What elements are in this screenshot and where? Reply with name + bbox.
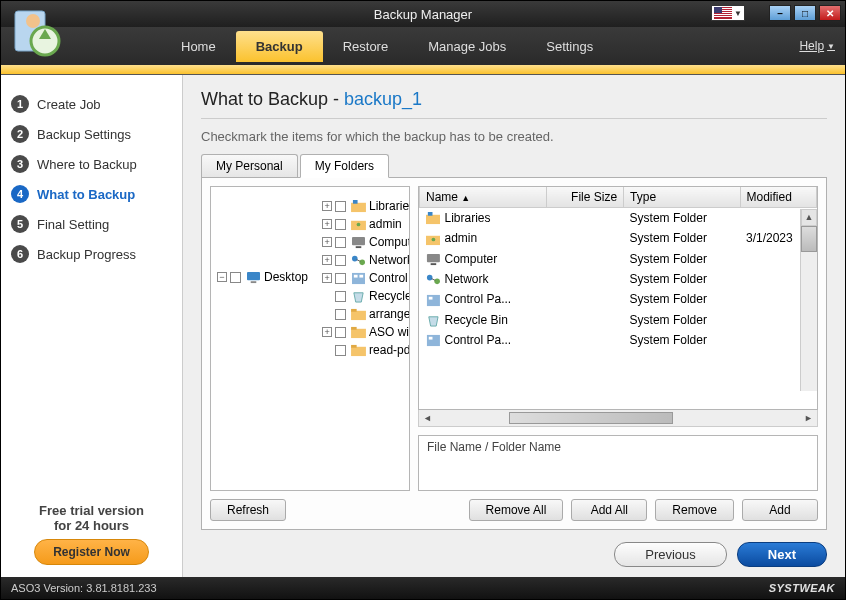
recycle-bin-icon [350,289,366,303]
tab-restore[interactable]: Restore [323,31,409,62]
next-button[interactable]: Next [737,542,827,567]
step-create-job[interactable]: 1Create Job [11,89,172,119]
row-icon [426,294,441,307]
wizard-steps: 1Create Job 2Backup Settings 3Where to B… [1,75,182,493]
svg-rect-4 [714,14,732,15]
main-menu: Home Backup Restore Manage Jobs Settings… [1,27,845,65]
expand-icon[interactable]: + [322,273,332,283]
checkbox[interactable] [335,345,346,356]
svg-rect-35 [430,263,436,265]
control-panel-icon [350,271,366,285]
svg-rect-10 [247,271,260,279]
checkbox[interactable] [335,201,346,212]
main-panel: What to Backup - backup_1 Checkmark the … [183,75,845,577]
expand-icon[interactable]: + [322,255,332,265]
tree-node-label[interactable]: Desktop [264,270,308,284]
svg-line-20 [356,259,360,261]
expand-icon[interactable]: + [322,219,332,229]
expand-icon[interactable]: + [322,327,332,337]
ribbon-accent [1,65,845,74]
checkbox[interactable] [335,255,346,266]
svg-point-19 [359,259,365,265]
tab-manage-jobs[interactable]: Manage Jobs [408,31,526,62]
file-list[interactable]: Name ▲ File Size Type Modified Libraries… [418,186,818,410]
vertical-scrollbar[interactable]: ▲ [800,209,817,391]
list-row[interactable]: ComputerSystem Folder [420,249,817,269]
folder-icon [350,325,366,339]
tab-my-personal[interactable]: My Personal [201,154,298,178]
job-name: backup_1 [344,89,422,109]
computer-icon [350,235,366,249]
version-text: ASO3 Version: 3.81.8181.233 [11,582,157,594]
step-final-setting[interactable]: 5Final Setting [11,209,172,239]
language-flag-button[interactable]: ▼ [711,5,745,21]
svg-rect-24 [351,310,366,319]
expand-icon[interactable]: + [322,237,332,247]
col-name[interactable]: Name ▲ [420,187,547,208]
help-link[interactable]: Help▼ [799,39,835,53]
checkbox[interactable] [335,273,346,284]
svg-rect-27 [351,326,357,329]
svg-rect-13 [352,200,357,204]
row-icon [426,273,441,286]
desktop-icon [245,270,261,284]
remove-button[interactable]: Remove [655,499,734,521]
folder-icon [350,307,366,321]
previous-button[interactable]: Previous [614,542,727,567]
folder-tree[interactable]: −Desktop +Libraries +admin +Computer +Ne… [210,186,410,491]
network-icon [350,253,366,267]
tab-home[interactable]: Home [161,31,236,62]
step-backup-progress[interactable]: 6Backup Progress [11,239,172,269]
col-modified[interactable]: Modified [740,187,817,208]
add-button[interactable]: Add [742,499,818,521]
collapse-icon[interactable]: − [217,272,227,282]
tab-settings[interactable]: Settings [526,31,613,62]
close-button[interactable]: ✕ [819,5,841,21]
svg-rect-22 [353,274,357,277]
trial-box: Free trial version for 24 hours Register… [1,493,182,577]
svg-point-37 [434,279,440,285]
checkbox[interactable] [335,309,346,320]
minimize-button[interactable]: – [769,5,791,21]
list-row[interactable]: Recycle BinSystem Folder [420,310,817,330]
tab-my-folders[interactable]: My Folders [300,154,389,178]
svg-rect-34 [426,254,439,262]
list-row[interactable]: NetworkSystem Folder [420,269,817,289]
step-backup-settings[interactable]: 2Backup Settings [11,119,172,149]
titlebar: Backup Manager ▼ – □ ✕ [1,1,845,27]
svg-rect-17 [355,246,361,248]
checkbox[interactable] [335,327,346,338]
maximize-button[interactable]: □ [794,5,816,21]
checkbox[interactable] [230,272,241,283]
svg-rect-25 [351,308,357,311]
refresh-button[interactable]: Refresh [210,499,286,521]
register-button[interactable]: Register Now [34,539,149,565]
svg-rect-42 [428,337,432,340]
add-all-button[interactable]: Add All [571,499,647,521]
step-what-to-backup[interactable]: 4What to Backup [11,179,172,209]
svg-line-38 [431,279,435,281]
checkbox[interactable] [335,219,346,230]
svg-rect-12 [351,202,366,211]
selected-header: File Name / Folder Name [427,440,561,454]
horizontal-scrollbar[interactable]: ◄► [418,410,818,427]
expand-icon[interactable]: + [322,201,332,211]
list-row[interactable]: Control Pa...System Folder [420,330,817,350]
step-where-to-backup[interactable]: 3Where to Backup [11,149,172,179]
tab-backup[interactable]: Backup [236,31,323,62]
list-row[interactable]: Control Pa...System Folder [420,289,817,309]
list-row[interactable]: adminSystem Folder3/1/2023 [420,228,817,248]
trial-line2: for 24 hours [9,518,174,533]
svg-rect-5 [714,16,732,17]
row-icon [426,233,441,246]
checkbox[interactable] [335,291,346,302]
svg-rect-21 [352,272,365,283]
col-type[interactable]: Type [624,187,740,208]
remove-all-button[interactable]: Remove All [469,499,564,521]
col-size[interactable]: File Size [547,187,624,208]
wizard-sidebar: 1Create Job 2Backup Settings 3Where to B… [1,75,183,577]
app-logo-icon [11,5,67,61]
checkbox[interactable] [335,237,346,248]
list-row[interactable]: LibrariesSystem Folder [420,208,817,229]
svg-point-15 [356,222,360,226]
